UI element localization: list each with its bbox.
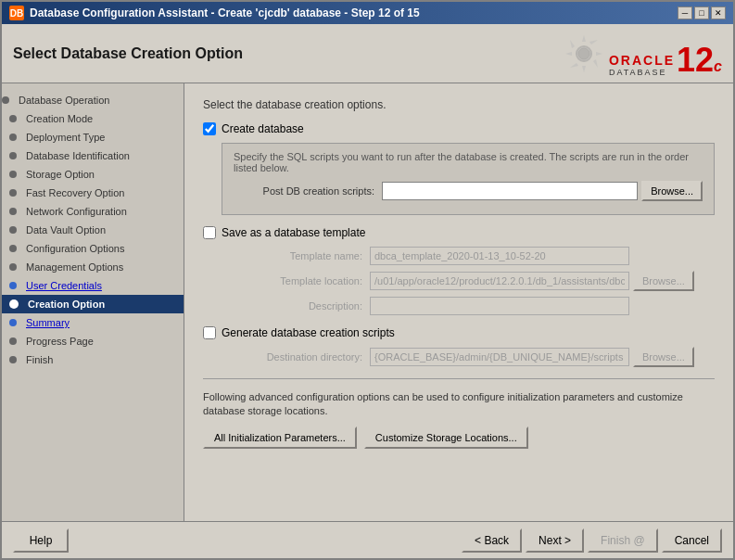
- sidebar-dot: [9, 319, 17, 326]
- sidebar-label: Database Operation: [19, 95, 109, 106]
- back-button[interactable]: < Back: [462, 528, 522, 553]
- app-icon: DB: [9, 6, 24, 20]
- save-template-checkbox[interactable]: [203, 226, 216, 239]
- close-button[interactable]: ✕: [711, 6, 726, 19]
- sidebar-item-database-operation[interactable]: Database Operation: [2, 91, 184, 109]
- sidebar-item-database-identification[interactable]: Database Identification: [2, 146, 184, 165]
- browse2-button: Browse...: [633, 271, 694, 291]
- template-location-label: Template location:: [222, 275, 370, 286]
- dest-dir-row: Destination directory: Browse...: [222, 347, 715, 367]
- template-location-row: Template location: Browse...: [222, 271, 715, 291]
- sidebar-dot-active: [9, 299, 19, 309]
- post-db-label: Post DB creation scripts:: [234, 185, 382, 197]
- create-database-row: Create database: [203, 122, 715, 135]
- browse1-button[interactable]: Browse...: [641, 181, 703, 201]
- sidebar-item-user-credentials[interactable]: User Credentials: [2, 276, 184, 295]
- post-db-row: Post DB creation scripts: Browse...: [234, 181, 703, 201]
- template-fields: Template name: Template location: Browse…: [222, 247, 715, 315]
- sidebar-item-creation-option[interactable]: Creation Option: [2, 295, 184, 313]
- maximize-button[interactable]: □: [694, 6, 709, 19]
- description-row: Description:: [222, 297, 715, 315]
- generate-scripts-checkbox[interactable]: [203, 326, 216, 339]
- sidebar-dot: [9, 226, 17, 234]
- cancel-button[interactable]: Cancel: [662, 528, 722, 553]
- sidebar-dot: [2, 96, 9, 104]
- all-init-params-button[interactable]: All Initialization Parameters...: [203, 426, 357, 449]
- sidebar-dot: [9, 189, 17, 197]
- minimize-button[interactable]: ─: [678, 6, 692, 19]
- sidebar-dot: [9, 356, 17, 363]
- sidebar-label: Finish: [26, 354, 53, 365]
- footer-right: < Back Next > Finish @ Cancel: [462, 528, 722, 553]
- next-button[interactable]: Next >: [526, 528, 584, 553]
- version-block: 12 c: [677, 44, 722, 77]
- customize-storage-button[interactable]: Customize Storage Locations...: [364, 426, 528, 449]
- sidebar-item-config-options[interactable]: Configuration Options: [2, 239, 184, 258]
- sidebar-label: Storage Option: [26, 169, 95, 180]
- divider: [203, 378, 715, 379]
- template-name-label: Template name:: [222, 250, 370, 261]
- sidebar-item-management-options[interactable]: Management Options: [2, 258, 184, 276]
- dest-dir-section: Destination directory: Browse...: [222, 347, 715, 367]
- sidebar-item-summary[interactable]: Summary: [2, 313, 184, 332]
- template-name-input: [370, 247, 629, 265]
- dest-dir-input: [370, 348, 629, 366]
- help-button[interactable]: Help: [13, 528, 69, 553]
- sidebar: Database Operation Creation Mode Deploym…: [2, 83, 184, 521]
- sidebar-dot: [9, 263, 17, 271]
- footer: Help < Back Next > Finish @ Cancel: [2, 521, 733, 558]
- page-title: Select Database Creation Option: [13, 45, 243, 62]
- finish-button[interactable]: Finish @: [588, 528, 658, 553]
- oracle-label: ORACLE: [609, 53, 675, 68]
- sidebar-item-deployment-type[interactable]: Deployment Type: [2, 128, 184, 146]
- sidebar-label: Creation Option: [28, 299, 105, 310]
- sidebar-label: Data Vault Option: [26, 224, 106, 235]
- sidebar-label: Database Identification: [26, 150, 130, 161]
- sidebar-label: Progress Page: [26, 336, 94, 347]
- sidebar-label: Summary: [26, 317, 70, 328]
- svg-point-1: [578, 48, 589, 59]
- sidebar-item-fast-recovery[interactable]: Fast Recovery Option: [2, 184, 184, 202]
- title-bar: DB Database Configuration Assistant - Cr…: [2, 2, 733, 24]
- version-number: 12: [677, 44, 714, 77]
- post-db-input[interactable]: [382, 182, 638, 200]
- save-template-row: Save as a database template: [203, 226, 715, 239]
- template-name-row: Template name:: [222, 247, 715, 265]
- window-title: Database Configuration Assistant - Creat…: [30, 6, 420, 19]
- sidebar-item-network-config[interactable]: Network Configuration: [2, 202, 184, 221]
- description-label: Description:: [222, 300, 370, 312]
- generate-scripts-label: Generate database creation scripts: [222, 326, 395, 339]
- sidebar-label: Network Configuration: [26, 206, 127, 217]
- advanced-text: Following advanced configuration options…: [203, 390, 715, 419]
- window-controls: ─ □ ✕: [678, 6, 726, 19]
- create-database-label: Create database: [222, 122, 304, 135]
- sidebar-dot: [9, 152, 17, 159]
- sidebar-dot: [9, 337, 17, 345]
- sub-section-description: Specify the SQL scripts you want to run …: [234, 151, 703, 173]
- gear-decorative-icon: [561, 31, 607, 77]
- oracle-logo: ORACLE DATABASE 12 c: [561, 31, 722, 77]
- sidebar-item-finish[interactable]: Finish: [2, 350, 184, 369]
- sidebar-label: Creation Mode: [26, 113, 93, 124]
- sidebar-item-creation-mode[interactable]: Creation Mode: [2, 109, 184, 128]
- template-location-input: [370, 272, 629, 290]
- description-input: [370, 297, 629, 315]
- advanced-buttons-row: All Initialization Parameters... Customi…: [203, 426, 715, 449]
- browse3-button: Browse...: [633, 347, 694, 367]
- sidebar-item-data-vault[interactable]: Data Vault Option: [2, 221, 184, 239]
- sidebar-label: User Credentials: [26, 280, 102, 291]
- main-content-area: Select the database creation options. Cr…: [184, 83, 733, 521]
- main-window: DB Database Configuration Assistant - Cr…: [0, 0, 735, 560]
- sidebar-dot: [9, 282, 17, 289]
- create-database-checkbox[interactable]: [203, 122, 216, 135]
- title-bar-left: DB Database Configuration Assistant - Cr…: [9, 6, 420, 20]
- sidebar-item-progress-page[interactable]: Progress Page: [2, 332, 184, 350]
- save-template-label: Save as a database template: [222, 226, 365, 239]
- sidebar-item-storage-option[interactable]: Storage Option: [2, 165, 184, 184]
- scripts-subsection: Specify the SQL scripts you want to run …: [222, 143, 715, 215]
- footer-left: Help: [13, 528, 69, 553]
- section-description: Select the database creation options.: [203, 98, 715, 111]
- content-area: Database Operation Creation Mode Deploym…: [2, 83, 733, 521]
- sidebar-label: Deployment Type: [26, 132, 105, 143]
- sidebar-dot: [9, 134, 17, 141]
